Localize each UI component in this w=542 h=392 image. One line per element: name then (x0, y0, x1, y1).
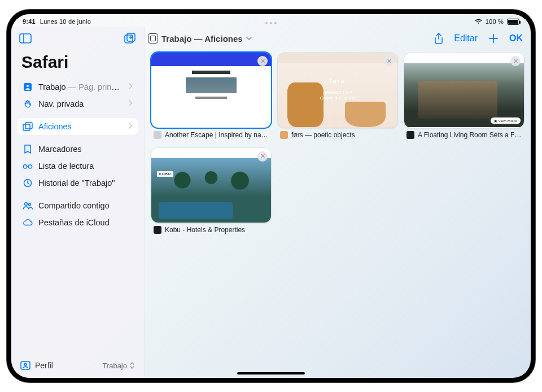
close-tab-button[interactable]: ✕ (257, 56, 268, 66)
status-time: 9:41 (23, 18, 36, 25)
chevron-right-icon (129, 100, 133, 108)
sidebar-item-people[interactable]: Compartido contigo (17, 197, 138, 214)
sidebar-item-glasses[interactable]: Lista de lectura (17, 158, 138, 175)
sidebar-item-label: Marcadores (38, 145, 133, 154)
tab-title: Another Escape | Inspired by nature (165, 131, 269, 139)
svg-rect-9 (25, 123, 32, 129)
new-tab-button[interactable] (488, 33, 499, 44)
svg-point-16 (24, 363, 27, 365)
svg-point-11 (28, 165, 32, 168)
hand-icon (23, 99, 33, 108)
tab-thumbnail[interactable]: KOBU✕ (151, 148, 271, 223)
plus-icon (488, 33, 499, 44)
status-date: Lunes 10 de junio (40, 18, 91, 25)
sidebar-item-label: Trabajo — Pág. principal (38, 82, 123, 92)
sidebar: Safari Trabajo — Pág. principalNav. priv… (11, 27, 145, 378)
sidebar-item-bookmark[interactable]: Marcadores (17, 141, 138, 158)
main-area: Trabajo — Aficiones Editar OK (145, 27, 531, 378)
new-tabgroup-icon[interactable] (124, 33, 136, 44)
svg-rect-2 (125, 35, 133, 43)
tab-thumbnail[interactable]: førsAMARETTO↗Carafe & Cup Set✕ (278, 53, 397, 128)
sidebar-footer: Perfil Trabajo (11, 355, 144, 378)
tab-card[interactable]: KOBU✕Kobu - Hotels & Properties (151, 148, 271, 234)
tabgroup-title-button[interactable]: Trabajo — Aficiones (148, 33, 252, 43)
svg-point-14 (29, 203, 31, 206)
ipad-frame: 9:41 Lunes 10 de junio 100 % (7, 10, 535, 382)
cloud-icon (23, 219, 33, 227)
favicon (280, 131, 288, 139)
screen: 9:41 Lunes 10 de junio 100 % (11, 14, 531, 378)
bookmark-icon (23, 145, 33, 154)
sidebar-item-work[interactable]: Trabajo — Pág. principal (17, 79, 138, 95)
multitask-dots[interactable] (265, 22, 277, 24)
done-button[interactable]: OK (509, 33, 523, 43)
chevron-right-icon (129, 83, 133, 91)
updown-icon (129, 361, 135, 369)
app-title: Safari (11, 50, 144, 79)
share-icon (434, 33, 444, 44)
tab-grid: ✕Another Escape | Inspired by natureførs… (145, 50, 531, 378)
tab-title: førs — poetic objects (291, 131, 355, 139)
svg-point-10 (23, 165, 27, 168)
svg-point-13 (25, 203, 28, 206)
profile-button[interactable]: Perfil (20, 361, 53, 370)
chevron-right-icon (129, 123, 133, 130)
battery-icon (507, 19, 519, 25)
battery-label: 100 % (486, 18, 504, 25)
people-icon (23, 202, 33, 210)
svg-rect-8 (23, 124, 30, 130)
sidebar-toggle-icon[interactable] (19, 33, 32, 43)
tabs-icon (23, 122, 33, 131)
sidebar-item-clock[interactable]: Historial de "Trabajo" (17, 175, 138, 191)
status-bar: 9:41 Lunes 10 de junio 100 % (11, 14, 531, 27)
glasses-icon (23, 163, 33, 169)
tabgroup-title: Trabajo — Aficiones (161, 34, 243, 43)
edit-button[interactable]: Editar (454, 33, 478, 43)
sidebar-item-label: Pestañas de iCloud (38, 218, 133, 227)
sidebar-item-label: Historial de "Trabajo" (38, 178, 133, 188)
favicon (154, 226, 161, 234)
tab-thumbnail[interactable]: ✕ (151, 53, 271, 128)
close-tab-button[interactable]: ✕ (510, 56, 521, 66)
tab-title: Kobu - Hotels & Properties (165, 226, 245, 234)
profile-label: Perfil (35, 361, 53, 370)
tabgroup-toolbar: Trabajo — Aficiones Editar OK (145, 27, 531, 50)
svg-rect-0 (20, 34, 31, 43)
home-indicator[interactable] (237, 372, 305, 374)
profile-switcher[interactable]: Trabajo (102, 361, 135, 370)
tab-card[interactable]: førsAMARETTO↗Carafe & Cup Set✕førs — poe… (278, 53, 397, 139)
work-icon (23, 82, 33, 92)
sidebar-navlist: Trabajo — Pág. principalNav. privadaAfic… (11, 79, 144, 355)
sidebar-item-label: Nav. privada (38, 99, 123, 108)
chevron-down-icon (246, 36, 252, 41)
profile-icon (20, 361, 30, 370)
tabgroup-icon (148, 33, 158, 43)
sidebar-item-label: Lista de lectura (38, 162, 133, 171)
sidebar-item-hand[interactable]: Nav. privada (17, 95, 138, 112)
tab-card[interactable]: ✕Another Escape | Inspired by nature (151, 53, 271, 139)
tab-card[interactable]: ▣ View Photos✕A Floating Living Room Set… (404, 53, 524, 139)
favicon (406, 131, 414, 139)
close-tab-button[interactable]: ✕ (257, 151, 268, 162)
tab-thumbnail[interactable]: ▣ View Photos✕ (404, 53, 524, 128)
tab-title: A Floating Living Room Sets a Family's… (418, 131, 522, 139)
wifi-icon (475, 19, 482, 24)
sidebar-item-label: Compartido contigo (38, 201, 133, 210)
favicon (154, 131, 161, 139)
sidebar-item-label: Aficiones (38, 122, 123, 131)
close-tab-button[interactable]: ✕ (384, 56, 394, 66)
sidebar-item-cloud[interactable]: Pestañas de iCloud (17, 214, 138, 231)
share-button[interactable] (434, 33, 444, 44)
profile-value: Trabajo (102, 361, 127, 370)
svg-point-7 (27, 85, 29, 87)
clock-icon (23, 178, 33, 188)
sidebar-item-tabs[interactable]: Aficiones (17, 118, 138, 135)
